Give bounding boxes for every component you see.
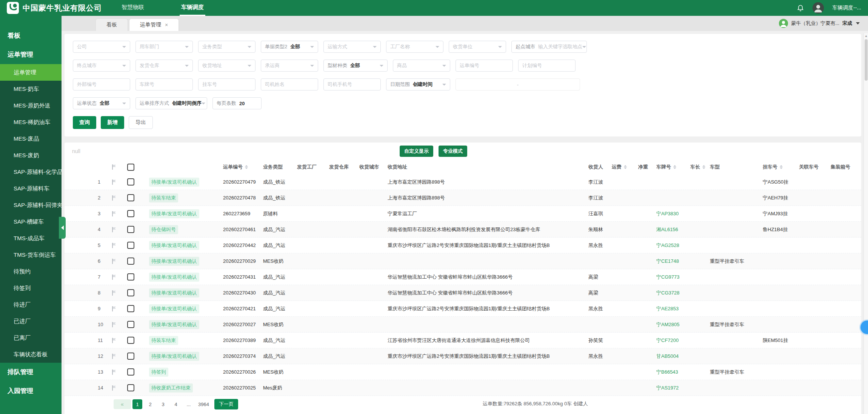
row-checkbox[interactable] <box>127 353 134 360</box>
plate-number-link[interactable]: 宁CG9773 <box>656 274 679 281</box>
page-number[interactable]: 4 <box>171 399 181 409</box>
flag-icon[interactable] <box>111 369 127 375</box>
flag-icon[interactable] <box>111 211 127 217</box>
filter-field[interactable]: 车牌号 <box>135 78 193 90</box>
sidebar-item[interactable]: 运单管理 <box>0 45 62 64</box>
sidebar-item[interactable]: 待进厂 <box>0 296 62 313</box>
flag-icon[interactable] <box>111 337 127 343</box>
row-checkbox[interactable] <box>127 384 134 391</box>
row-checkbox[interactable] <box>127 194 134 201</box>
flag-icon[interactable] <box>111 179 127 185</box>
table-row[interactable]: 11 待装车结束 202602270389 成品_汽运 江苏省徐州市贾汪区大唐街… <box>65 333 861 348</box>
scroll-up-arrow[interactable]: ▲ <box>864 33 868 38</box>
filter-field[interactable]: 收货地址 <box>198 60 255 72</box>
sidebar-item[interactable]: SAP-原辅料-化学品 <box>0 164 62 180</box>
column-header[interactable]: 净重 <box>638 164 656 170</box>
export-button[interactable]: 导出 <box>129 116 153 129</box>
next-page-button[interactable]: 下一页 <box>214 399 238 409</box>
column-header[interactable]: 运费 <box>612 164 638 170</box>
sidebar-item[interactable]: 车辆状态看板 <box>0 346 62 363</box>
sort-icon[interactable] <box>780 165 783 169</box>
sort-icon[interactable] <box>624 165 627 169</box>
sidebar-item[interactable]: MES-稀奶油车 <box>0 114 62 130</box>
column-header[interactable]: 车型 <box>710 164 763 170</box>
bell-icon[interactable] <box>797 4 804 12</box>
column-header[interactable]: 车牌号 <box>656 164 690 170</box>
row-checkbox[interactable] <box>127 289 134 296</box>
sidebar-item[interactable]: SAP-槽罐车 <box>0 213 62 230</box>
table-row[interactable]: 5 待接单/发送司机确认 202602270442 成品_汽运 重庆市沙坪坝区广… <box>65 238 861 253</box>
flag-icon[interactable] <box>111 242 127 248</box>
column-header[interactable]: 收货人 <box>588 164 612 170</box>
close-icon[interactable]: × <box>165 22 168 28</box>
filter-field[interactable]: 起点城市 输入关键字选取地点 <box>511 41 587 53</box>
plate-number-link[interactable]: 宁CG3728 <box>656 290 679 296</box>
sidebar-item[interactable]: MES-废品 <box>0 130 62 147</box>
filter-field[interactable]: 工厂名称 <box>386 41 443 53</box>
custom-display-button[interactable]: 自定义显示 <box>400 146 433 157</box>
column-header[interactable]: 业务类型 <box>263 164 297 170</box>
select-all-checkbox[interactable] <box>127 164 134 171</box>
plate-number-link[interactable]: 宁AG2528 <box>656 242 679 249</box>
filter-field[interactable]: 计划编号 <box>518 60 576 72</box>
plate-number-link[interactable]: 宁AE2853 <box>656 305 679 312</box>
flag-icon[interactable] <box>111 306 127 312</box>
top-user-label[interactable]: 车辆调度--... <box>832 5 861 11</box>
row-checkbox[interactable] <box>127 273 134 281</box>
table-row[interactable]: 1 待接单/发送司机确认 202602270479 成品_铁运 上海市嘉定区博园… <box>65 174 861 190</box>
row-checkbox[interactable] <box>127 178 134 186</box>
row-checkbox[interactable] <box>127 368 134 376</box>
add-button[interactable]: 新增 <box>101 116 124 129</box>
filter-field[interactable]: - <box>456 78 580 90</box>
table-row[interactable]: 13 待签到 202602270026 MES收奶 宁B66543 重型半挂牵引… <box>65 364 861 380</box>
sidebar-item[interactable]: 看板 <box>0 26 62 45</box>
filter-field[interactable]: 型材种类 全部 <box>323 60 388 72</box>
flag-icon[interactable] <box>111 353 127 359</box>
sidebar-item[interactable]: 排队管理 <box>0 363 62 382</box>
flag-icon[interactable] <box>111 227 127 233</box>
sort-icon[interactable] <box>702 165 705 169</box>
row-checkbox[interactable] <box>127 305 134 312</box>
sidebar-item[interactable]: MES-奶车 <box>0 81 62 97</box>
filter-field[interactable]: 运输方式 <box>323 41 381 53</box>
flag-icon[interactable] <box>111 290 127 296</box>
sidebar-item[interactable]: 入园管理 <box>0 382 62 400</box>
sidebar-item[interactable]: 待预约 <box>0 263 62 280</box>
flag-icon[interactable] <box>111 164 127 170</box>
plate-number-link[interactable]: 甘AB5004 <box>656 353 679 360</box>
table-row[interactable]: 4 待仓储叫号 202602270461 成品_汽运 湖南省衡阳市石鼓区松木塘松… <box>65 222 861 238</box>
column-header[interactable]: 运单编号 <box>223 164 263 170</box>
plate-number-link[interactable]: 宁AP3830 <box>656 210 679 217</box>
row-checkbox[interactable] <box>127 321 134 328</box>
column-header[interactable]: 集装箱号 <box>831 164 859 170</box>
content-tab[interactable]: 看板 × <box>95 18 128 31</box>
filter-field[interactable]: 单据类型2 全部 <box>261 41 318 53</box>
page-number[interactable]: 2 <box>145 399 155 409</box>
sidebar-item[interactable]: MES-原奶外送 <box>0 97 62 114</box>
row-checkbox[interactable] <box>127 258 134 265</box>
table-row[interactable]: 10 待接单/发送司机确认 202602270027 MES收奶 宁AM2805… <box>65 317 861 333</box>
filter-field[interactable]: 业务类型 <box>198 41 255 53</box>
filter-field[interactable]: 司机手机号 <box>323 78 381 90</box>
filter-field[interactable]: 商品 <box>393 60 450 72</box>
plate-number-link[interactable]: 宁CE1748 <box>656 258 679 265</box>
sidebar-collapse-handle[interactable] <box>59 217 66 239</box>
flag-icon[interactable] <box>111 322 127 328</box>
prev-page-button[interactable]: « <box>114 399 131 409</box>
sidebar-item[interactable]: TMS-货车倒运车 <box>0 247 62 263</box>
filter-field[interactable]: 终点城市 <box>73 60 130 72</box>
plate-number-link[interactable]: 湘AL6156 <box>656 226 678 233</box>
filter-field[interactable]: 日期范围 创建时间 <box>386 78 450 90</box>
filter-field[interactable]: 发货仓库 <box>135 60 193 72</box>
page-number[interactable]: 1 <box>132 399 142 409</box>
table-row[interactable]: 14 待收废奶工作结束 202602270025 Mes废奶 宁AS1972 <box>65 380 861 396</box>
filter-field[interactable]: 运单编号 <box>456 60 513 72</box>
pro-mode-button[interactable]: 专业模式 <box>439 146 467 157</box>
plate-number-link[interactable]: 宁AS1972 <box>656 385 679 391</box>
filter-field[interactable]: 司机姓名 <box>261 78 318 90</box>
table-row[interactable]: 3 待接单/发送司机确认 2602273659 原辅料 宁夏常温工厂 汪嘉琪 宁… <box>65 206 861 222</box>
filter-field[interactable]: 挂车号 <box>198 78 255 90</box>
user-chip[interactable]: 蒙牛（乳业）宁夏有... 宋成 <box>779 19 868 28</box>
flag-icon[interactable] <box>111 258 127 264</box>
sidebar-item[interactable]: MES-废奶 <box>0 147 62 164</box>
